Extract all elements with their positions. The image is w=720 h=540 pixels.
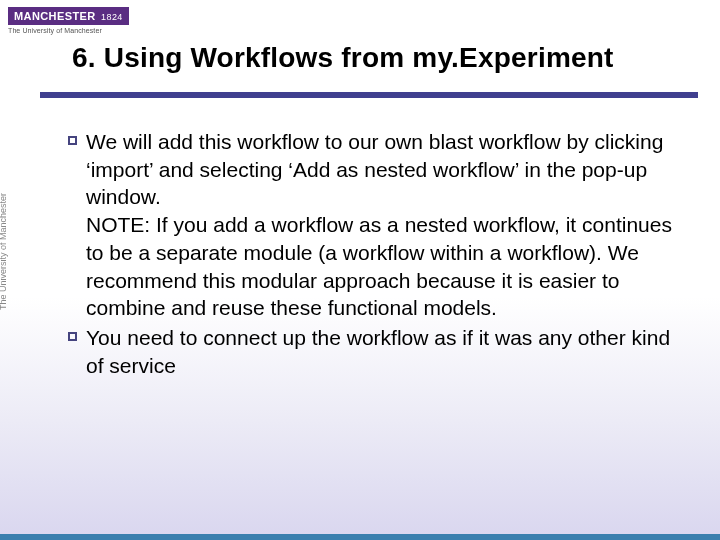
list-item: You need to connect up the workflow as i…	[58, 324, 680, 379]
bullet-text-1: We will add this workflow to our own bla…	[86, 128, 680, 322]
logo-badge: MANCHESTER 1824	[8, 7, 129, 25]
slide: MANCHESTER 1824 The University of Manche…	[0, 0, 720, 540]
footer-accent-bar	[0, 534, 720, 540]
list-item: We will add this workflow to our own bla…	[58, 128, 680, 322]
bullet-icon	[58, 324, 86, 341]
logo-year: 1824	[101, 12, 123, 22]
title-underline	[40, 92, 698, 98]
sidebar-vertical-label: The University of Manchester	[0, 50, 16, 310]
logo-name: MANCHESTER	[14, 10, 96, 22]
bullet-text-2: You need to connect up the workflow as i…	[86, 324, 680, 379]
slide-title: 6. Using Workflows from my.Experiment	[72, 42, 614, 74]
slide-body: We will add this workflow to our own bla…	[58, 128, 680, 381]
logo-subtitle: The University of Manchester	[8, 27, 138, 34]
bullet-icon	[58, 128, 86, 145]
university-logo: MANCHESTER 1824 The University of Manche…	[8, 6, 138, 34]
sidebar-vertical-text: The University of Manchester	[0, 50, 8, 310]
